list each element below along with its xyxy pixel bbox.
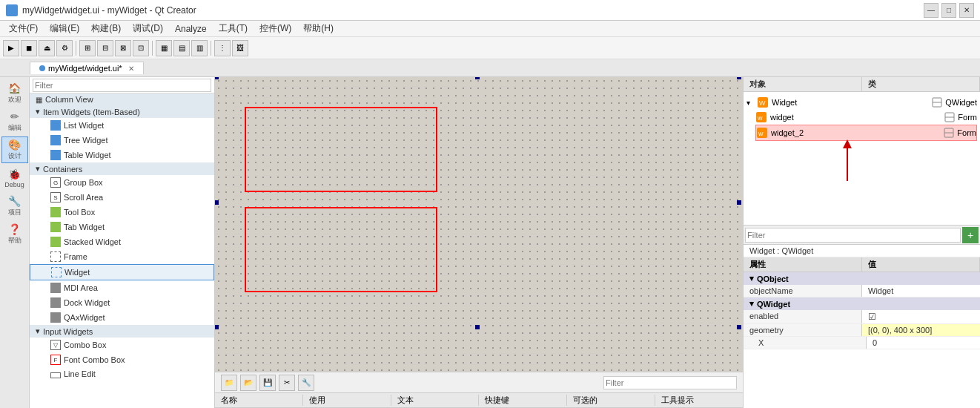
toolbar-btn-11[interactable]: ▥ (191, 40, 208, 56)
bottom-filter-input[interactable] (603, 376, 737, 389)
edit-icon: ✏ (7, 111, 22, 122)
action-btn-5[interactable]: 🔧 (298, 375, 314, 391)
red-box-2[interactable] (245, 207, 437, 292)
props-val-objectname[interactable]: Widget (862, 285, 980, 297)
widget-label: Widget (64, 268, 90, 277)
red-box-1[interactable] (245, 107, 437, 192)
menu-debug[interactable]: 调试(D) (127, 21, 169, 36)
menu-help[interactable]: 帮助(H) (297, 21, 340, 36)
mdi-area-item[interactable]: MDI Area (30, 280, 214, 295)
toolbar-btn-1[interactable]: ▶ (3, 40, 19, 56)
input-widgets-header[interactable]: ▾ Input Widgets (30, 325, 214, 338)
props-row-geometry: geometry [(0, 0), 400 x 300] (744, 324, 980, 337)
props-filter-input[interactable] (745, 228, 961, 243)
containers-expand-icon: ▾ (36, 164, 40, 174)
sidebar-label-welcome: 欢迎 (8, 95, 21, 105)
left-sidebar: 🏠 欢迎 ✏ 编辑 🎨 设计 🐞 Debug 🔧 项目 ❓ 帮助 (0, 77, 30, 408)
action-btn-3[interactable]: 💾 (259, 375, 276, 391)
column-view-header[interactable]: ▦ Column View (30, 93, 214, 105)
sidebar-item-design[interactable]: 🎨 设计 (1, 136, 28, 163)
toolbar-btn-5[interactable]: ⊞ (79, 40, 96, 56)
toolbar-btn-7[interactable]: ⊠ (115, 40, 131, 56)
props-val-x[interactable]: 0 (867, 337, 980, 349)
toolbar-btn-13[interactable]: 🖼 (232, 40, 248, 56)
col-tooltip: 工具提示 (655, 395, 743, 406)
check-icon[interactable]: ☑ (868, 312, 876, 322)
tab-widget-item[interactable]: Tab Widget (30, 220, 214, 234)
qax-widget-icon (50, 312, 61, 323)
line-edit-item[interactable]: Line Edit (30, 367, 214, 381)
list-widget-item[interactable]: List Widget (30, 118, 214, 133)
frame-item[interactable]: Frame (30, 249, 214, 264)
sidebar-item-edit[interactable]: ✏ 编辑 (1, 108, 28, 135)
sidebar-item-project[interactable]: 🔧 项目 (1, 193, 28, 220)
props-filter-row: + (744, 226, 980, 245)
qwidget-label: QWidget (757, 300, 790, 309)
toolbar-btn-3[interactable]: ⏏ (39, 40, 55, 56)
handle-bc (475, 325, 480, 329)
menu-edit[interactable]: 编辑(E) (44, 21, 85, 36)
handle-br (737, 325, 741, 329)
toolbar-btn-9[interactable]: ▦ (156, 40, 172, 56)
minimize-button[interactable]: — (924, 3, 938, 18)
bottom-area: 📁 📂 💾 ✂ 🔧 名称 使用 文本 快捷键 可选的 工具提示 (215, 372, 743, 408)
sidebar-label-project: 项目 (8, 208, 21, 217)
toolbar-btn-6[interactable]: ⊟ (97, 40, 113, 56)
sidebar-item-welcome[interactable]: 🏠 欢迎 (1, 80, 28, 107)
stacked-widget-item[interactable]: Stacked Widget (30, 234, 214, 249)
combo-box-item[interactable]: ▽ Combo Box (30, 338, 214, 352)
toolbar-btn-2[interactable]: ◼ (21, 40, 37, 56)
menu-tools[interactable]: 工具(T) (213, 21, 254, 36)
action-btn-2[interactable]: 📂 (240, 375, 256, 391)
scroll-area-item[interactable]: S Scroll Area (30, 190, 214, 205)
props-val-enabled: ☑ (862, 310, 980, 323)
line-edit-icon (50, 372, 61, 378)
props-group-qobject[interactable]: ▾ QObject (744, 272, 980, 285)
debug-icon: 🐞 (7, 168, 22, 180)
menu-file[interactable]: 文件(F) (3, 21, 44, 36)
qax-widget-item[interactable]: QAxWidget (30, 310, 214, 325)
class-icon-widget (932, 97, 942, 108)
list-widget-label: List Widget (64, 121, 104, 130)
font-combo-box-item[interactable]: F Font Combo Box (30, 352, 214, 367)
maximize-button[interactable]: □ (941, 3, 956, 18)
tree-item-widget[interactable]: w widget Form (755, 110, 977, 125)
sidebar-item-help[interactable]: ❓ 帮助 (1, 221, 28, 248)
tab-close-icon[interactable]: ✕ (128, 65, 134, 73)
menu-build[interactable]: 构建(B) (85, 21, 127, 36)
action-btn-4[interactable]: ✂ (279, 375, 295, 391)
design-canvas[interactable] (215, 77, 743, 372)
menu-analyze[interactable]: Analyze (169, 22, 213, 36)
sidebar-item-debug[interactable]: 🐞 Debug (1, 165, 28, 191)
toolbar-btn-12[interactable]: ⋮ (214, 40, 231, 56)
design-icon: 🎨 (7, 139, 22, 151)
tool-box-item[interactable]: Tool Box (30, 205, 214, 220)
menu-controls[interactable]: 控件(W) (254, 21, 297, 36)
annotation-arrow (832, 136, 892, 196)
toolbar: ▶ ◼ ⏏ ⚙ ⊞ ⊟ ⊠ ⊡ ▦ ▤ ▥ ⋮ 🖼 (0, 37, 980, 59)
toolbar-btn-8[interactable]: ⊡ (133, 40, 149, 56)
table-widget-item[interactable]: Table Widget (30, 148, 214, 162)
widget-filter-input[interactable] (33, 79, 211, 92)
action-btn-1[interactable]: 📁 (221, 375, 237, 391)
tree-widget-item[interactable]: Tree Widget (30, 133, 214, 148)
close-button[interactable]: ✕ (959, 3, 974, 18)
expand-widget[interactable]: ▾ (746, 99, 754, 107)
dock-widget-item[interactable]: Dock Widget (30, 295, 214, 310)
canvas-area (215, 77, 743, 327)
handle-tl (215, 77, 219, 79)
group-box-item[interactable]: G Group Box (30, 175, 214, 190)
widget-icon (51, 267, 62, 277)
props-val-geometry[interactable]: [(0, 0), 400 x 300] (862, 324, 980, 336)
tab-label: myWidget/widget.ui* (48, 64, 122, 73)
toolbar-btn-4[interactable]: ⚙ (56, 40, 73, 56)
toolbar-btn-10[interactable]: ▤ (173, 40, 190, 56)
item-widgets-header[interactable]: ▾ Item Widgets (Item-Based) (30, 105, 214, 118)
containers-header[interactable]: ▾ Containers (30, 162, 214, 175)
props-group-qwidget[interactable]: ▾ QWidget (744, 297, 980, 310)
tree-item-widget-root[interactable]: ▾ W Widget QWidget (746, 95, 977, 110)
widget-item[interactable]: Widget (30, 264, 214, 280)
tree-widget-name: Widget (772, 98, 797, 107)
props-add-button[interactable]: + (962, 227, 979, 243)
tab-widget-ui[interactable]: myWidget/widget.ui* ✕ (30, 62, 144, 74)
